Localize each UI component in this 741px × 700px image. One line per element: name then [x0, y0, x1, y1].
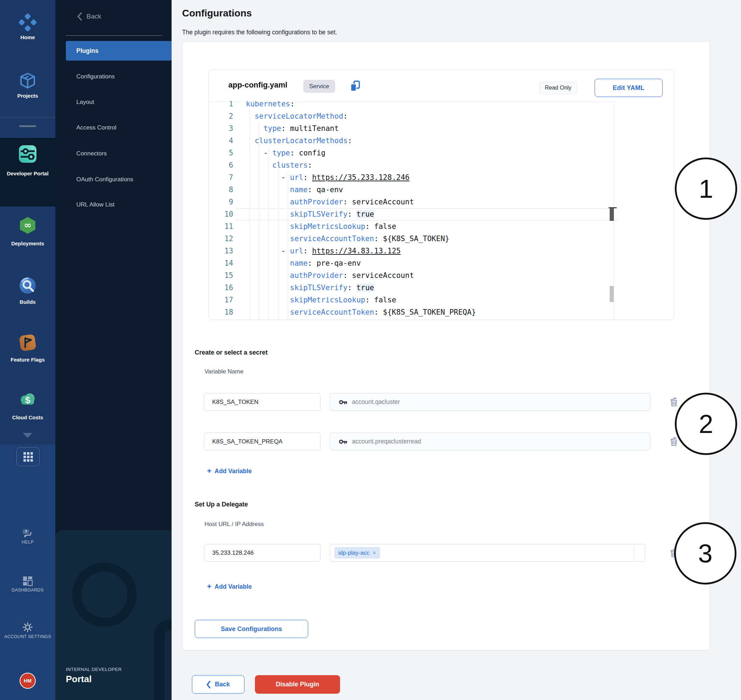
code-line: 12serviceAccountToken: ${K8S_SA_TOKEN}: [209, 233, 449, 245]
secret-variable-row: account.preqaclusterread: [183, 432, 710, 450]
code-line: 9authProvider: serviceAccount: [209, 196, 414, 208]
rail-item-label: Developer Portal: [3, 170, 53, 177]
code-line: 11skipMetricsLookup: false: [209, 221, 396, 233]
sidebar-item-plugins[interactable]: Plugins: [66, 41, 172, 60]
save-configurations-button[interactable]: Save Configurations: [195, 620, 308, 638]
configurations-card: app-config.yaml Service Read Only Edit Y…: [182, 42, 710, 650]
code-line: 6clusters:: [209, 159, 312, 172]
line-number: 6: [209, 159, 236, 172]
secret-select[interactable]: account.qacluster: [330, 393, 650, 411]
code-line: 8name: qa-env: [209, 184, 343, 196]
brand-subtitle: INTERNAL DEVELOPER: [66, 667, 122, 672]
editor-scrollbar-thumb-secondary[interactable]: [610, 286, 614, 302]
chevron-left-icon: [206, 681, 211, 688]
disable-plugin-button[interactable]: Disable Plugin: [255, 675, 340, 694]
line-number: 8: [209, 184, 236, 196]
developer-portal-icon: [18, 144, 37, 164]
add-variable-secret[interactable]: + Add Variable: [207, 467, 252, 475]
line-number: 7: [209, 172, 236, 184]
delegate-section-title: Set Up a Delegate: [195, 501, 248, 508]
delegate-row: idp-play-acc×: [183, 544, 710, 562]
sidebar-item-url-allow-list[interactable]: URL Allow List: [55, 197, 172, 212]
line-number: 18: [209, 306, 236, 319]
annotation-circle-2: 2: [675, 393, 737, 455]
plugin-sidebar: Back PluginsConfigurationsLayoutAccess C…: [55, 0, 172, 700]
code-line: 2serviceLocatorMethod:: [209, 110, 348, 122]
main-content: Configurations The plugin requires the f…: [172, 0, 741, 700]
secret-section-title: Create or select a secret: [195, 349, 268, 356]
delegate-tag-input[interactable]: idp-play-acc×: [330, 544, 645, 562]
decorative-rect: [154, 619, 172, 700]
rail-item-label: Cloud Costs: [3, 414, 53, 421]
rail-item-label: Builds: [3, 299, 53, 305]
copy-icon[interactable]: [349, 80, 362, 93]
rail-item-label: ACCOUNT SETTINGS: [3, 634, 53, 640]
code-line: 18serviceAccountToken: ${K8S_SA_TOKEN_PR…: [209, 306, 476, 319]
editor-scrollbar-thumb[interactable]: [610, 208, 614, 221]
secret-name: account.qacluster: [352, 398, 400, 406]
rail-item-label: Home: [3, 34, 53, 41]
variable-name-label: Variable Name: [205, 368, 243, 375]
rail-collapse-handle[interactable]: [19, 125, 36, 127]
cloud-costs-icon: $: [18, 390, 37, 409]
sidebar-item-connectors[interactable]: Connectors: [55, 146, 172, 161]
add-variable-label: Add Variable: [215, 468, 252, 475]
rail-divider: [0, 117, 55, 118]
chevron-down-icon[interactable]: [23, 433, 32, 438]
home-icon: [18, 13, 37, 32]
sidebar-item-access-control[interactable]: Access Control: [55, 120, 172, 135]
add-variable-delegate[interactable]: + Add Variable: [207, 583, 252, 590]
line-number: 1: [209, 101, 236, 110]
code-line: 5- type: config: [209, 147, 325, 159]
secret-variable-row: account.qacluster: [183, 393, 710, 411]
back-nav[interactable]: Back: [77, 12, 101, 21]
sidebar-item-configurations[interactable]: Configurations: [55, 69, 172, 84]
sidebar-brand-panel: INTERNAL DEVELOPER Portal: [55, 530, 172, 700]
line-number: 17: [209, 294, 236, 306]
page-title: Configurations: [182, 8, 252, 19]
sidebar-divider: [65, 35, 162, 36]
host-url-input[interactable]: [204, 544, 320, 562]
code-line: 3type: multiTenant: [209, 122, 339, 135]
edit-yaml-button[interactable]: Edit YAML: [595, 79, 663, 97]
plus-icon: +: [207, 467, 212, 475]
rail-item-label: Feature Flags: [3, 356, 53, 363]
add-variable-label: Add Variable: [215, 583, 252, 590]
key-icon: [339, 399, 348, 406]
line-number: 16: [209, 282, 236, 294]
delegate-tag: idp-play-acc×: [334, 547, 380, 559]
all-modules-button[interactable]: [16, 447, 40, 466]
back-button[interactable]: Back: [192, 675, 245, 694]
key-icon: [339, 438, 348, 445]
back-label: Back: [87, 13, 101, 20]
brand-title: Portal: [66, 674, 92, 685]
avatar[interactable]: HM: [20, 673, 36, 689]
deployments-icon: ∞: [18, 216, 37, 235]
svg-text:$: $: [25, 395, 31, 405]
line-number: 12: [209, 233, 236, 245]
secret-select[interactable]: account.preqaclusterread: [330, 432, 650, 450]
annotation-circle-1: 1: [675, 157, 737, 220]
field-divider: [633, 545, 634, 562]
sidebar-item-oauth-configurations[interactable]: OAuth Configurations: [55, 172, 172, 187]
projects-icon: [18, 71, 37, 91]
rail-item-label: Projects: [3, 93, 53, 99]
trash-icon[interactable]: [669, 436, 679, 447]
line-number: 4: [209, 135, 236, 147]
delegate-tag-label: idp-play-acc: [338, 550, 370, 556]
decorative-ring: [72, 562, 137, 627]
builds-icon: [18, 276, 37, 296]
chevron-left-icon: [77, 12, 82, 21]
plus-icon: +: [207, 583, 212, 590]
page-subtitle: The plugin requires the following config…: [182, 29, 337, 36]
rail-item-label: HELP: [3, 539, 53, 545]
code-line: 1kubernetes:: [209, 101, 295, 110]
variable-name-input[interactable]: [204, 432, 320, 450]
sidebar-item-layout[interactable]: Layout: [55, 94, 172, 110]
rail-item-label: Deployments: [3, 240, 53, 247]
variable-name-input[interactable]: [204, 393, 320, 411]
trash-icon[interactable]: [669, 397, 679, 407]
code-editor[interactable]: 1kubernetes:2serviceLocatorMethod:3type:…: [209, 101, 674, 319]
code-line: 10skipTLSVerify: true: [209, 208, 374, 221]
close-icon[interactable]: ×: [373, 550, 376, 556]
